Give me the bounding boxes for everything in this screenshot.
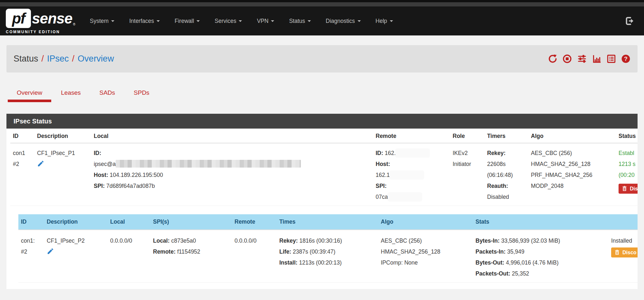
rekey-label: Rekey: [487,150,505,156]
disconnect-button-label: Dis [630,186,638,192]
child-cell-stats: Bytes-In: 33,586,939 (32.03 MiB) Packets… [473,230,609,283]
menu-item-help[interactable]: Help [368,15,400,28]
child-cell-algo: AES_CBC (256) HMAC_SHA2_256_128 IPComp: … [378,230,473,283]
chevron-down-icon [271,20,274,22]
redacted-remote-spi [388,193,422,201]
cell-id: con1 #2 [10,143,34,206]
tab-spds[interactable]: SPDs [125,85,159,102]
child-algo-ipcomp: IPComp: None [381,257,470,268]
tab-sads[interactable]: SADs [90,85,124,102]
spi-remote-label: Remote: [153,248,176,255]
breadcrumb-separator: / [72,54,75,63]
chevron-down-icon [157,20,160,22]
time-rekey-value: 1816s (00:30:16) [299,237,342,244]
chart-icon[interactable] [592,54,601,63]
algo-encryption: AES_CBC (256) [531,148,613,159]
cell-remote: ID: 162. Host: 162.1 SPI: 07ca [373,143,450,206]
stop-icon[interactable] [562,54,572,63]
tab-overview[interactable]: Overview [8,85,51,102]
child-connection-id: con1: [21,235,42,246]
filter-icon[interactable] [577,54,587,63]
bytes-out-value: 4,996,016 (4.76 MiB) [506,259,558,266]
child-cell-remote: 0.0.0.0/0 [232,230,277,283]
menu-item-vpn[interactable]: VPN [249,15,282,28]
child-description-text: CF1_IPsec_P2 [47,235,105,246]
sign-out-icon[interactable] [625,16,634,26]
log-icon[interactable] [607,54,616,63]
role-type: Initiator [453,159,482,169]
menu-label: VPN [257,18,268,24]
menu-item-interfaces[interactable]: Interfaces [122,15,167,28]
child-cell-times: Rekey: 1816s (00:30:16) Life: 2387s (00:… [277,230,378,283]
edit-pencil-icon[interactable] [37,160,44,167]
redacted-local-id [116,160,301,168]
bytes-in-label: Bytes-In: [476,237,500,244]
disconnect-p1-button[interactable]: Dis [619,184,638,194]
local-host-value: 104.189.226.195:500 [110,172,163,178]
description-text: CF1_IPsec_P1 [37,148,89,159]
child-cell-spis: Local: c873e5a0 Remote: f1154952 [150,230,232,283]
subnav-tabs: Overview Leases SADs SPDs [8,85,644,102]
registered-mark: ® [73,23,75,26]
pfsense-logo-sense: sense [32,10,72,27]
redacted-remote-id [396,149,429,157]
disconnect-p2-button[interactable]: Disco [611,247,638,257]
rekey-time: (06:16:48) [487,169,526,180]
menu-label: System [90,18,109,24]
breadcrumb-status: Status [14,54,38,63]
packets-out-label: Packets-Out: [476,270,510,277]
local-id-label: ID: [94,150,101,156]
menu-label: Interfaces [129,18,154,24]
help-icon[interactable]: ? [621,54,630,63]
breadcrumb-overview-link[interactable]: Overview [78,54,114,63]
remote-host-label: Host: [376,161,390,167]
chevron-down-icon [111,20,114,22]
time-life-label: Life: [279,248,291,255]
role-version: IKEv2 [453,148,482,159]
remote-id-label: ID: [376,150,383,156]
child-col-remote: Remote [232,214,277,230]
remote-spi-label: SPI: [376,183,387,189]
page-action-icons: ? [548,54,630,63]
child-col-id: ID [18,214,44,230]
breadcrumb-panel: Status/IPsec/Overview [6,45,638,73]
status-established: Establ [619,148,638,159]
child-algo-hash: HMAC_SHA2_256_128 [381,246,470,257]
menu-item-services[interactable]: Services [207,15,249,28]
local-spi-label: SPI: [94,183,105,189]
edit-pencil-icon[interactable] [47,247,54,255]
rekey-value: 22608s [487,159,526,169]
refresh-icon[interactable] [548,54,557,63]
cell-role: IKEv2 Initiator [450,143,485,206]
col-local: Local [91,129,373,143]
remote-id-value: 162. [385,150,396,156]
child-col-times: Times [277,214,378,230]
breadcrumb-separator: / [42,54,44,63]
menu-item-diagnostics[interactable]: Diagnostics [318,15,368,28]
table-header-row: ID Description Local Remote Role Timers … [10,129,638,143]
child-col-stats: Stats [473,214,609,230]
algo-dhgroup: MODP_2048 [531,180,613,191]
child-table-row: ID Description Local SPI(s) Remote Times… [10,206,638,283]
child-cell-local: 0.0.0.0/0 [108,230,150,283]
child-algo-encryption: AES_CBC (256) [381,235,470,246]
child-col-local: Local [108,214,150,230]
tab-leases[interactable]: Leases [52,85,90,102]
cell-status: Establ 1213 s (00:20 Dis [616,143,638,206]
reauth-value: Disabled [487,191,526,202]
menu-item-status[interactable]: Status [282,15,318,28]
ipsec-p2-table: ID Description Local SPI(s) Remote Times… [18,214,638,283]
pfsense-logo-tagline: COMMUNITY EDITION [6,30,75,34]
redacted-remote-host [390,171,424,179]
chevron-down-icon [358,20,361,22]
local-id-value: ipsec@a [94,161,116,167]
algo-prf: PRF_HMAC_SHA2_256 [531,169,613,180]
cell-local: ID: ipsec@a Host: 104.189.226.195:500 SP… [91,143,373,206]
pfsense-logo[interactable]: pf sense ® COMMUNITY EDITION [6,8,75,34]
pfsense-logo-pf-box: pf [6,9,31,28]
child-col-actions [609,214,638,230]
child-cell-state: Installed [609,230,638,283]
menu-item-firewall[interactable]: Firewall [167,15,207,28]
breadcrumb-ipsec-link[interactable]: IPsec [47,54,69,63]
menu-item-system[interactable]: System [82,15,122,28]
